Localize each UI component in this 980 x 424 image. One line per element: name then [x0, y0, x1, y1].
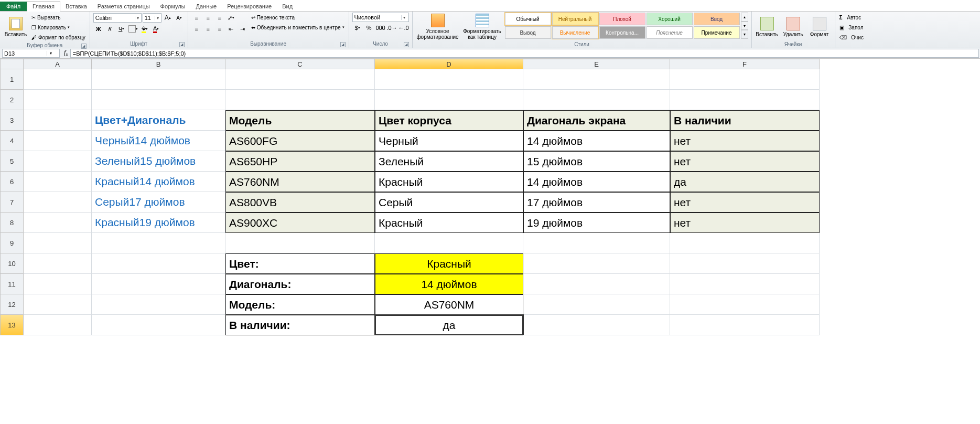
cell-E10[interactable]: [523, 253, 670, 274]
style-good[interactable]: Хороший: [647, 13, 693, 25]
cell-B3[interactable]: Цвет+Диагональ: [92, 110, 225, 131]
italic-button[interactable]: К: [105, 24, 115, 34]
cell-E3[interactable]: Диагональ экрана: [523, 110, 670, 131]
align-center-button[interactable]: ≡: [203, 24, 213, 34]
cell-D8[interactable]: Красный: [375, 213, 523, 233]
cell-E13[interactable]: [523, 315, 670, 335]
row-header-4[interactable]: 4: [0, 131, 24, 151]
number-format-input[interactable]: [353, 13, 401, 22]
row-header-8[interactable]: 8: [0, 213, 24, 233]
style-calc[interactable]: Вычисление: [552, 26, 598, 39]
cell-D2[interactable]: [375, 90, 523, 110]
row-header-6[interactable]: 6: [0, 172, 24, 192]
cell-E11[interactable]: [523, 274, 670, 294]
font-name-combo[interactable]: ▾: [93, 13, 142, 23]
cell-B9[interactable]: [92, 233, 225, 253]
clipboard-dialog-launcher[interactable]: ◢: [81, 44, 87, 49]
cell-C5[interactable]: AS650HP: [225, 151, 375, 172]
format-as-table-button[interactable]: Форматировать как таблицу: [462, 13, 503, 41]
cell-D11[interactable]: 14 дюймов: [375, 274, 523, 294]
cell-F11[interactable]: [670, 274, 820, 294]
increase-indent-button[interactable]: ⇥: [238, 24, 248, 34]
number-format-combo[interactable]: ▾: [352, 13, 409, 22]
font-name-input[interactable]: [94, 14, 135, 22]
merge-center-button[interactable]: ⬌Объединить и поместить в центре▾: [250, 23, 346, 32]
cell-F3[interactable]: В наличии: [670, 110, 820, 131]
fill-button[interactable]: ▣ Запол: [838, 23, 865, 32]
file-tab[interactable]: Файл: [0, 2, 27, 11]
cell-E7[interactable]: 17 дюймов: [523, 192, 670, 213]
insert-cells-button[interactable]: Вставить: [755, 13, 779, 41]
align-left-button[interactable]: ≡: [191, 24, 202, 34]
copy-button[interactable]: ❐ Копировать ▾: [30, 23, 87, 32]
cell-F4[interactable]: нет: [670, 131, 820, 151]
cell-B13[interactable]: [92, 315, 225, 335]
cell-F12[interactable]: [670, 294, 820, 315]
formula-bar-input[interactable]: [70, 49, 979, 58]
cell-B4[interactable]: Черный14 дюймов: [92, 131, 225, 151]
cell-E2[interactable]: [523, 90, 670, 110]
cell-E9[interactable]: [523, 233, 670, 253]
style-normal[interactable]: Обычный: [505, 13, 551, 25]
align-top-button[interactable]: ≡: [191, 13, 202, 23]
row-header-11[interactable]: 11: [0, 274, 24, 294]
style-output[interactable]: Вывод: [505, 26, 551, 39]
cell-B5[interactable]: Зеленый15 дюймов: [92, 151, 225, 172]
cell-A7[interactable]: [24, 192, 92, 213]
cell-A3[interactable]: [24, 110, 92, 131]
style-neutral[interactable]: Нейтральный: [552, 13, 598, 25]
cell-D7[interactable]: Серый: [375, 192, 523, 213]
col-header-D[interactable]: D: [375, 59, 523, 69]
select-all-corner[interactable]: [0, 59, 24, 69]
cell-C7[interactable]: AS800VB: [225, 192, 375, 213]
wrap-text-button[interactable]: ↩Перенос текста: [250, 13, 346, 22]
conditional-formatting-button[interactable]: Условное форматирование: [416, 13, 460, 41]
fx-button[interactable]: fx: [62, 49, 70, 57]
style-explain[interactable]: Пояснение: [647, 26, 693, 39]
row-header-2[interactable]: 2: [0, 90, 24, 110]
col-header-C[interactable]: C: [225, 59, 375, 69]
cell-F13[interactable]: [670, 315, 820, 335]
cell-A13[interactable]: [24, 315, 92, 335]
decrease-indent-button[interactable]: ⇤: [226, 24, 236, 34]
cell-C3[interactable]: Модель: [225, 110, 375, 131]
cell-F6[interactable]: да: [670, 172, 820, 192]
font-color-button[interactable]: A▾: [151, 24, 161, 34]
cell-A1[interactable]: [24, 69, 92, 90]
row-header-3[interactable]: 3: [0, 110, 24, 131]
tab-data[interactable]: Данные: [190, 2, 222, 11]
cell-E1[interactable]: [523, 69, 670, 90]
cell-D6[interactable]: Красный: [375, 172, 523, 192]
cell-C1[interactable]: [225, 69, 375, 90]
number-dialog-launcher[interactable]: ◢: [404, 42, 409, 47]
percent-format-button[interactable]: %: [364, 23, 374, 33]
cell-D1[interactable]: [375, 69, 523, 90]
cell-C4[interactable]: AS600FG: [225, 131, 375, 151]
name-box-dropdown[interactable]: ▾: [47, 51, 54, 56]
cell-E5[interactable]: 15 дюймов: [523, 151, 670, 172]
delete-cells-button[interactable]: Удалить: [781, 13, 805, 41]
cell-D4[interactable]: Черный: [375, 131, 523, 151]
row-header-5[interactable]: 5: [0, 151, 24, 172]
tab-page-layout[interactable]: Разметка страницы: [92, 2, 155, 11]
col-header-A[interactable]: A: [24, 59, 92, 69]
bold-button[interactable]: Ж: [93, 24, 104, 34]
tab-review[interactable]: Рецензирование: [222, 2, 277, 11]
cell-D5[interactable]: Зеленый: [375, 151, 523, 172]
cell-D13[interactable]: да: [375, 315, 523, 335]
format-cells-button[interactable]: Формат: [807, 13, 832, 41]
col-header-B[interactable]: B: [92, 59, 225, 69]
tab-formulas[interactable]: Формулы: [155, 2, 191, 11]
underline-button[interactable]: Ч▾: [116, 24, 127, 34]
cell-A5[interactable]: [24, 151, 92, 172]
cell-A12[interactable]: [24, 294, 92, 315]
cell-F9[interactable]: [670, 233, 820, 253]
chevron-down-icon[interactable]: ▾: [135, 16, 141, 20]
cell-B7[interactable]: Серый17 дюймов: [92, 192, 225, 213]
align-middle-button[interactable]: ≡: [203, 13, 213, 23]
grow-font-button[interactable]: A▴: [163, 13, 173, 23]
cell-B2[interactable]: [92, 90, 225, 110]
chevron-down-icon[interactable]: ▾: [155, 16, 161, 20]
cut-button[interactable]: ✂ Вырезать: [30, 13, 87, 22]
comma-format-button[interactable]: 000: [375, 23, 386, 33]
